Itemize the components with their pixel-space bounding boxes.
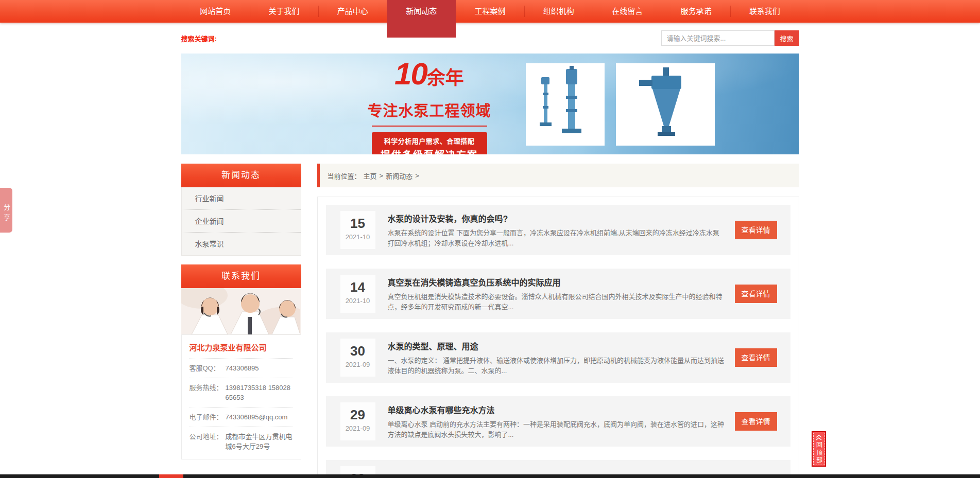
content-column: 当前位置： 主页 > 新闻动态 > 15 2021-10 水泵的设计及安装，你真… (317, 164, 799, 478)
search-row: 搜索关键词: 搜索 (0, 23, 980, 54)
news-date-box: 14 2021-10 (340, 275, 375, 313)
contact-row-email: 电子邮件： 743306895@qq.com (190, 408, 293, 427)
news-yearmonth: 2021-10 (340, 232, 375, 243)
top-navigation: 网站首页 关于我们 产品中心 新闻动态 工程案例 组织机构 在线留言 服务承诺 … (0, 0, 980, 23)
banner-years-number: 10 (394, 57, 427, 91)
news-text: 水泵的设计及安装，你真的会吗? 水泵在系统的设计位置 下面为您分享一般而言，冷冻… (388, 212, 725, 249)
contact-qq-label: 客服QQ： (190, 363, 226, 373)
news-title-link[interactable]: 真空泵在消失模铸造真空负压系统中的实际应用 (388, 276, 725, 288)
double-chevron-up-icon (815, 435, 822, 440)
news-text: 水泵的类型、原理、用途 一、水泵的定义： 通常把提升液体、输送液体或使液体增加压… (388, 340, 725, 376)
breadcrumb-current-link[interactable]: 新闻动态 (386, 171, 412, 181)
share-tab[interactable]: 分享 (0, 188, 12, 233)
sidebar: 新闻动态 行业新闻 企业新闻 水泵常识 联系我们 (181, 164, 301, 459)
news-date-box: 15 2021-10 (340, 211, 375, 249)
nav-item-message[interactable]: 在线留言 (593, 0, 661, 23)
nav-item-service[interactable]: 服务承诺 (662, 0, 730, 23)
news-card: 14 2021-10 真空泵在消失模铸造真空负压系统中的实际应用 真空负压机组是… (326, 269, 790, 319)
view-details-button[interactable]: 查看详情 (735, 285, 777, 303)
banner-headline: 专注水泵工程领域 (366, 99, 493, 120)
news-title-link[interactable]: 水泵的设计及安装，你真的会吗? (388, 212, 725, 224)
contact-address-value: 成都市金牛区万贯机电城6号大厅29号 (226, 432, 293, 451)
news-date-box: 30 2021-09 (340, 339, 375, 377)
banner-pump-photo (526, 63, 605, 146)
news-text: 单级离心水泵有哪些充水方法 单级离心水泵 启动前的充水方法主要有两种：一种是采用… (388, 403, 725, 440)
contact-email-label: 电子邮件： (190, 412, 226, 422)
news-summary: 真空负压机组是消失模铸造技术的必要设备。淄博众人机械有限公司结合国内外相关技术及… (388, 292, 725, 312)
banner-slogan-line2: 提供多级泵解决方案 (372, 147, 487, 154)
breadcrumb-separator: > (380, 172, 384, 180)
news-title-link[interactable]: 单级离心水泵有哪些充水方法 (388, 403, 725, 416)
contact-hotline-value: 13981735318 15802865653 (226, 383, 293, 402)
news-card: 29 2021-09 单级离心水泵有哪些充水方法 单级离心水泵 启动前的充水方法… (326, 396, 790, 447)
company-name: 河北力泉泵业有限公司 (190, 342, 293, 359)
contact-panel: 联系我们 (181, 264, 301, 459)
banner-years-suffix: 余年 (427, 67, 464, 88)
nav-item-contact[interactable]: 联系我们 (730, 0, 799, 23)
sidebar-item-pump-knowledge[interactable]: 水泵常识 (182, 233, 301, 255)
view-details-button[interactable]: 查看详情 (735, 348, 777, 367)
breadcrumb: 当前位置： 主页 > 新闻动态 > (317, 164, 799, 187)
view-details-button[interactable]: 查看详情 (735, 412, 777, 431)
nav-item-cases[interactable]: 工程案例 (456, 0, 524, 23)
hero-banner: 10余年 专注水泵工程领域 科学分析用户需求、合理搭配 提供多级泵解决方案 (181, 54, 799, 154)
search-keywords-label: 搜索关键词: (181, 33, 217, 43)
news-card: 15 2021-10 水泵的设计及安装，你真的会吗? 水泵在系统的设计位置 下面… (326, 205, 790, 255)
breadcrumb-home-link[interactable]: 主页 (364, 171, 377, 181)
main-content: 新闻动态 行业新闻 企业新闻 水泵常识 联系我们 (181, 164, 799, 478)
back-to-top-button[interactable]: 回顶部 (812, 431, 826, 467)
contact-row-qq: 客服QQ： 743306895 (190, 359, 293, 378)
news-yearmonth: 2021-09 (340, 423, 375, 434)
news-yearmonth: 2021-10 (340, 295, 375, 307)
news-summary: 一、水泵的定义： 通常把提升液体、输送液体或使液体增加压力，即把原动机的机械能变… (388, 356, 725, 376)
customer-service-photo (181, 288, 301, 334)
banner-text-block: 10余年 专注水泵工程领域 科学分析用户需求、合理搭配 提供多级泵解决方案 (366, 60, 493, 154)
news-list: 15 2021-10 水泵的设计及安装，你真的会吗? 水泵在系统的设计位置 下面… (317, 197, 799, 478)
banner-cyclone-photo (616, 63, 715, 146)
banner-divider (372, 126, 487, 127)
cyclone-pump-illustration (622, 66, 709, 143)
sidebar-item-industry-news[interactable]: 行业新闻 (182, 187, 301, 210)
news-summary: 水泵在系统的设计位置 下面为您分享一般而言，冷冻水泵应设在冷水机组前端,从末端回… (388, 228, 725, 249)
banner-slogan-line1: 科学分析用户需求、合理搭配 (372, 136, 487, 146)
banner-slogan-box: 科学分析用户需求、合理搭配 提供多级泵解决方案 (372, 132, 487, 154)
contact-info-card: 河北力泉泵业有限公司 客服QQ： 743306895 服务热线： 1398173… (181, 334, 301, 459)
nav-item-organization[interactable]: 组织机构 (524, 0, 593, 23)
contact-row-hotline: 服务热线： 13981735318 15802865653 (190, 378, 293, 408)
breadcrumb-separator: > (415, 172, 419, 180)
news-summary: 单级离心水泵 启动前的充水方法主要有两种：一种是采用装配底阀充水，底阀为单向阀，… (388, 419, 725, 440)
nav-item-home[interactable]: 网站首页 (181, 0, 250, 23)
news-yearmonth: 2021-09 (340, 359, 375, 370)
search-input[interactable] (661, 30, 775, 46)
news-day: 30 (340, 343, 375, 359)
news-date-box: 29 2021-09 (340, 402, 375, 440)
nav-item-news-active[interactable]: 新闻动态 (387, 0, 455, 38)
vertical-pump-illustration (529, 66, 601, 143)
nav-item-about[interactable]: 关于我们 (250, 0, 318, 23)
contact-address-label: 公司地址： (190, 432, 226, 451)
back-to-top-label: 回顶部 (815, 441, 823, 465)
breadcrumb-prefix: 当前位置： (328, 171, 361, 181)
nav-menu: 网站首页 关于我们 产品中心 新闻动态 工程案例 组织机构 在线留言 服务承诺 … (181, 0, 799, 23)
view-details-button[interactable]: 查看详情 (735, 221, 777, 239)
search-button[interactable]: 搜索 (775, 30, 799, 46)
sidebar-item-company-news[interactable]: 企业新闻 (182, 210, 301, 233)
contact-email-value: 743306895@qq.com (226, 412, 293, 422)
contact-hotline-label: 服务热线： (190, 383, 226, 402)
news-day: 15 (340, 215, 375, 232)
contact-row-address: 公司地址： 成都市金牛区万贯机电城6号大厅29号 (190, 427, 293, 456)
news-title-link[interactable]: 水泵的类型、原理、用途 (388, 340, 725, 352)
contact-qq-value: 743306895 (226, 363, 293, 373)
sidebar-news-menu: 行业新闻 企业新闻 水泵常识 (181, 187, 301, 256)
news-text: 真空泵在消失模铸造真空负压系统中的实际应用 真空负压机组是消失模铸造技术的必要设… (388, 276, 725, 312)
sidebar-news-header: 新闻动态 (181, 164, 301, 187)
news-day: 14 (340, 279, 375, 295)
contact-header: 联系我们 (181, 264, 301, 288)
nav-item-products[interactable]: 产品中心 (318, 0, 387, 23)
customer-service-illustration (181, 288, 300, 334)
news-card: 30 2021-09 水泵的类型、原理、用途 一、水泵的定义： 通常把提升液体、… (326, 332, 790, 383)
footer-accent-segment (159, 474, 183, 478)
footer-bar (0, 474, 980, 478)
news-day: 29 (340, 406, 375, 423)
